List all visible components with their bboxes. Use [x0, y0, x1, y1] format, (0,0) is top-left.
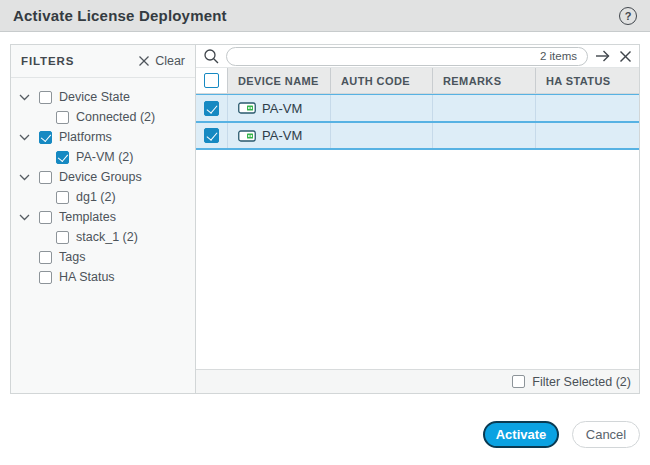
- filter-tree-item-device-groups[interactable]: Device Groups: [11, 167, 195, 187]
- cancel-button[interactable]: Cancel: [572, 421, 640, 448]
- filter-tree-item-pa-vm-2[interactable]: PA-VM (2): [11, 147, 195, 167]
- table-row[interactable]: PA-VM: [196, 121, 639, 148]
- row-checkbox[interactable]: [204, 101, 219, 116]
- filter-tree-item-connected-2[interactable]: Connected (2): [11, 107, 195, 127]
- cell-remarks: [433, 123, 536, 148]
- chevron-down-icon[interactable]: [19, 173, 31, 181]
- filter-checkbox[interactable]: [56, 111, 69, 124]
- activate-license-deployment-dialog: Activate License Deployment ? FILTERS Cl…: [0, 0, 650, 465]
- filter-tree-item-ha-status[interactable]: HA Status: [11, 267, 195, 287]
- filters-header: FILTERS Clear: [11, 45, 195, 78]
- filter-label: Templates: [59, 210, 116, 224]
- filter-label: Platforms: [59, 130, 112, 144]
- filter-label: dg1 (2): [76, 190, 116, 204]
- filter-checkbox[interactable]: [56, 191, 69, 204]
- cell-auth-code: [331, 123, 433, 148]
- table-rows: PA-VM PA-VM: [196, 94, 639, 150]
- dialog-titlebar: Activate License Deployment ?: [0, 0, 650, 32]
- filter-label: Device State: [59, 90, 130, 104]
- filter-checkbox[interactable]: [39, 131, 52, 144]
- filter-label: PA-VM (2): [76, 150, 133, 164]
- filter-selected-checkbox[interactable]: [512, 375, 525, 388]
- cell-device-name: PA-VM: [228, 95, 331, 121]
- search-icon: [203, 48, 220, 65]
- table-header: DEVICE NAMEAUTH CODEREMARKSHA STATUS: [196, 68, 639, 94]
- items-count-badge: 2 items: [540, 50, 587, 62]
- device-icon: [238, 102, 256, 114]
- search-input[interactable]: [227, 49, 540, 64]
- column-header-auth-code[interactable]: AUTH CODE: [331, 68, 433, 93]
- cell-ha-status: [536, 95, 639, 121]
- device-name: PA-VM: [262, 101, 302, 116]
- filter-label: stack_1 (2): [76, 230, 138, 244]
- filter-checkbox[interactable]: [56, 231, 69, 244]
- filter-checkbox[interactable]: [39, 271, 52, 284]
- filters-tree: Device State Connected (2) Platforms PA-…: [11, 78, 195, 287]
- search-box[interactable]: 2 items: [226, 47, 588, 66]
- clear-label: Clear: [155, 54, 185, 68]
- table-footer: Filter Selected (2): [196, 369, 639, 393]
- row-checkbox[interactable]: [204, 128, 219, 143]
- column-header-remarks[interactable]: REMARKS: [433, 68, 536, 93]
- apply-filter-arrow-icon[interactable]: [595, 49, 611, 63]
- chevron-down-icon[interactable]: [19, 93, 31, 101]
- device-table-panel: 2 items D: [196, 45, 639, 393]
- help-icon[interactable]: ?: [619, 7, 637, 25]
- filter-checkbox[interactable]: [39, 91, 52, 104]
- filters-heading: FILTERS: [21, 55, 74, 67]
- cell-remarks: [433, 95, 536, 121]
- chevron-down-icon[interactable]: [19, 213, 31, 221]
- filter-checkbox[interactable]: [39, 251, 52, 264]
- filter-tree-item-dg1-2[interactable]: dg1 (2): [11, 187, 195, 207]
- filters-panel: FILTERS Clear Device State: [11, 45, 196, 393]
- clear-filters-button[interactable]: Clear: [138, 54, 185, 68]
- device-icon: [238, 130, 256, 142]
- table-row[interactable]: PA-VM: [196, 94, 639, 121]
- cell-device-name: PA-VM: [228, 123, 331, 148]
- device-name: PA-VM: [262, 128, 302, 143]
- column-header-device-name[interactable]: DEVICE NAME: [228, 68, 331, 93]
- dialog-title: Activate License Deployment: [13, 7, 227, 24]
- filter-tree-item-templates[interactable]: Templates: [11, 207, 195, 227]
- cell-auth-code: [331, 95, 433, 121]
- dialog-actions: Activate Cancel: [483, 421, 640, 448]
- filter-tree-item-tags[interactable]: Tags: [11, 247, 195, 267]
- cell-ha-status: [536, 123, 639, 148]
- filter-checkbox[interactable]: [56, 151, 69, 164]
- select-all-checkbox[interactable]: [204, 73, 219, 88]
- dialog-body: FILTERS Clear Device State: [10, 44, 640, 394]
- filter-label: HA Status: [59, 270, 115, 284]
- column-header-ha-status[interactable]: HA STATUS: [536, 68, 639, 93]
- filter-tree-item-platforms[interactable]: Platforms: [11, 127, 195, 147]
- filter-label: Tags: [59, 250, 85, 264]
- clear-x-icon: [138, 55, 150, 67]
- filter-label: Device Groups: [59, 170, 142, 184]
- filter-tree-item-stack-1-2[interactable]: stack_1 (2): [11, 227, 195, 247]
- table-empty-area: [196, 150, 639, 369]
- select-all-cell: [196, 68, 228, 93]
- filter-selected-label: Filter Selected (2): [532, 375, 631, 389]
- activate-button[interactable]: Activate: [483, 421, 559, 448]
- filter-label: Connected (2): [76, 110, 155, 124]
- search-row: 2 items: [196, 45, 639, 68]
- filter-tree-item-device-state[interactable]: Device State: [11, 87, 195, 107]
- filter-checkbox[interactable]: [39, 211, 52, 224]
- chevron-down-icon[interactable]: [19, 133, 31, 141]
- clear-search-icon[interactable]: [619, 50, 632, 63]
- filter-checkbox[interactable]: [39, 171, 52, 184]
